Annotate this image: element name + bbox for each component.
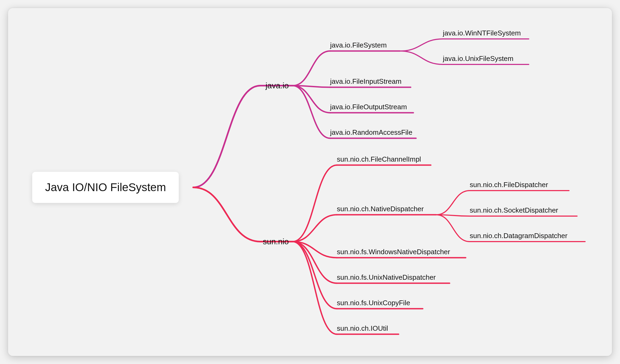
node-sun-nio-unixnativedispatcher[interactable]: sun.nio.fs.UnixNativeDispatcher (337, 273, 436, 283)
node-sun-nio-datagramdispatcher[interactable]: sun.nio.ch.DatagramDispatcher (470, 232, 567, 242)
node-sun-nio-filedispatcher[interactable]: sun.nio.ch.FileDispatcher (470, 181, 548, 191)
node-sun-nio-windowsnativedispatcher[interactable]: sun.nio.fs.WindowsNativeDispatcher (337, 248, 450, 258)
diagram-card: Java IO/NIO FileSystem java.io sun.nio j… (8, 8, 612, 356)
node-sun-nio-nativedispatcher[interactable]: sun.nio.ch.NativeDispatcher (337, 205, 424, 215)
node-java-io-fileoutputstream[interactable]: java.io.FileOutputStream (330, 103, 407, 113)
node-sun-nio-unixcopyfile[interactable]: sun.nio.fs.UnixCopyFile (337, 299, 410, 309)
node-java-io-unixfilesystem[interactable]: java.io.UnixFileSystem (443, 54, 513, 64)
node-sun-nio-filechannelimpl[interactable]: sun.nio.ch.FileChannelImpl (337, 155, 421, 165)
node-sun-nio-ioutil[interactable]: sun.nio.ch.IOUtil (337, 324, 388, 334)
branch-java-io[interactable]: java.io (265, 81, 293, 90)
branch-sun-nio[interactable]: sun.nio (263, 237, 293, 246)
node-java-io-randomaccessfile[interactable]: java.io.RandomAccessFile (330, 128, 412, 138)
node-java-io-winntfilesystem[interactable]: java.io.WinNTFileSystem (443, 29, 521, 39)
node-java-io-filesystem[interactable]: java.io.FileSystem (330, 41, 387, 51)
node-sun-nio-socketdispatcher[interactable]: sun.nio.ch.SocketDispatcher (470, 206, 558, 216)
node-java-io-fileinputstream[interactable]: java.io.FileInputStream (330, 77, 402, 87)
